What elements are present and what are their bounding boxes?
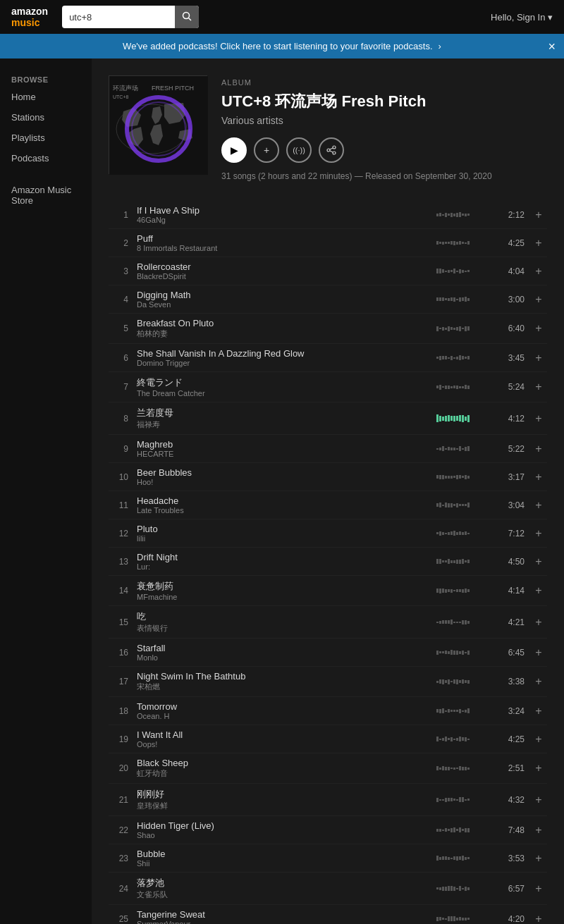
track-add-button[interactable]: + [530,265,547,278]
share-button[interactable] [319,137,344,163]
track-artist: lilii [137,534,429,543]
track-row[interactable]: 14 衰惫制药 MFmachine 4:14 + [109,576,547,606]
track-waveform [436,324,493,333]
track-row[interactable]: 15 吃 表情银行 4:21 + [109,606,547,639]
header-signin[interactable]: Hello, Sign In ▾ [491,12,553,23]
track-row[interactable]: 4 Digging Math Da Seven 3:00 + [109,285,547,314]
track-row[interactable]: 23 Bubble Shii 3:53 + [109,844,547,873]
sidebar-item-stations[interactable]: Stations [0,107,92,128]
track-row[interactable]: 18 Tomorrow Ocean. H 3:24 + [109,697,547,725]
sidebar-item-playlists[interactable]: Playlists [0,128,92,148]
podcast-banner[interactable]: We've added podcasts! Click here to star… [0,34,564,58]
track-row[interactable]: 11 Headache Late Troubles 3:04 + [109,491,547,519]
track-add-button[interactable]: + [530,794,547,806]
track-row[interactable]: 24 落梦池 文雀乐队 6:57 + [109,873,547,905]
svg-line-12 [330,148,333,149]
sidebar-item-home[interactable]: Home [0,87,92,107]
track-waveform [436,764,493,772]
track-row[interactable]: 6 She Shall Vanish In A Dazzling Red Glo… [109,344,547,372]
track-add-button[interactable]: + [530,471,547,483]
track-waveform [436,239,493,247]
add-button[interactable]: + [254,137,279,163]
track-duration: 6:40 [500,324,525,333]
track-row[interactable]: 2 Puff 8 Immortals Restaurant 4:25 + [109,229,547,257]
track-name: Tangerine Sweat [137,909,429,920]
sidebar-item-podcasts[interactable]: Podcasts [0,148,92,168]
track-duration: 4:25 [500,238,525,248]
track-add-button[interactable]: + [530,852,547,865]
radio-button[interactable]: ((·)) [286,137,312,163]
track-add-button[interactable]: + [530,381,547,393]
track-row[interactable]: 13 Drift Night Lur: 4:50 + [109,548,547,576]
track-add-button[interactable]: + [530,412,547,425]
track-add-button[interactable]: + [530,237,547,250]
track-add-button[interactable]: + [530,527,547,540]
track-row[interactable]: 21 刚刚好 皇玮保鲜 4:32 + [109,784,547,816]
track-add-button[interactable]: + [530,322,547,335]
banner-close-button[interactable]: × [548,40,556,53]
track-add-button[interactable]: + [530,352,547,364]
track-row[interactable]: 9 Maghreb HECARTE 5:22 + [109,435,547,463]
track-add-button[interactable]: + [530,882,547,895]
track-duration: 4:12 [500,414,525,424]
track-row[interactable]: 1 If I Have A Ship 46GaNg 2:12 + [109,201,547,229]
track-add-button[interactable]: + [530,675,547,688]
track-artist: 46GaNg [137,216,429,224]
amazon-logo: amazonmusic [11,6,48,28]
track-artist: Lur: [137,562,429,571]
search-input[interactable] [62,9,175,25]
track-row[interactable]: 16 Starfall Monlo 6:45 + [109,639,547,667]
track-row[interactable]: 3 Rollercoaster BlackreDSpirit 4:04 + [109,257,547,285]
svg-text:FRESH PITCH: FRESH PITCH [152,85,194,92]
track-row[interactable]: 20 Black Sheep 虹牙幼音 2:51 + [109,753,547,784]
track-info: 刚刚好 皇玮保鲜 [137,788,429,811]
track-add-button[interactable]: + [530,293,547,306]
track-add-button[interactable]: + [530,705,547,717]
track-add-button[interactable]: + [530,616,547,629]
track-name: Tomorrow [137,701,429,712]
track-row[interactable]: 12 Pluto lilii 7:12 + [109,519,547,548]
track-waveform [436,618,493,627]
track-duration: 6:57 [500,884,525,894]
track-artist: Hoo! [137,478,429,486]
track-row[interactable]: 17 Night Swim In The Bathtub 宋柏燃 3:38 + [109,667,547,697]
track-add-button[interactable]: + [530,913,547,925]
track-add-button[interactable]: + [530,824,547,837]
track-row[interactable]: 19 I Want It All Oops! 4:25 + [109,725,547,753]
track-row[interactable]: 25 Tangerine Sweat SummerVapour 4:20 + [109,905,547,924]
track-add-button[interactable]: + [530,443,547,455]
track-name: 吃 [137,610,429,623]
track-name: If I Have A Ship [137,205,429,216]
track-row[interactable]: 8 兰若度母 福禄寿 4:12 + [109,402,547,435]
track-waveform [436,267,493,276]
track-info: Beer Bubbles Hoo! [137,467,429,486]
track-row[interactable]: 7 終電ランド The Dream Catcher 5:24 + [109,372,547,402]
track-number: 19 [109,734,128,744]
sidebar-store[interactable]: Amazon Music Store [0,180,92,211]
track-add-button[interactable]: + [530,584,547,597]
track-add-button[interactable]: + [530,733,547,746]
track-add-button[interactable]: + [530,209,547,221]
track-add-button[interactable]: + [530,555,547,568]
svg-point-9 [333,146,336,149]
track-row[interactable]: 22 Hidden Tiger (Live) Shao 7:48 + [109,816,547,844]
track-artist: 8 Immortals Restaurant [137,244,429,252]
track-row[interactable]: 10 Beer Bubbles Hoo! 3:17 + [109,463,547,491]
track-waveform [436,414,493,423]
track-row[interactable]: 5 Breakfast On Pluto 柏林的妻 6:40 + [109,314,547,344]
main-content: 环流声场 UTC+8 FRESH PITCH [92,58,564,924]
album-header: 环流声场 UTC+8 FRESH PITCH [109,75,547,181]
play-button[interactable]: ▶ [221,137,247,163]
track-number: 10 [109,472,128,482]
track-list: 1 If I Have A Ship 46GaNg 2:12 + 2 Puff … [109,201,547,924]
search-button[interactable] [175,6,199,28]
track-info: Drift Night Lur: [137,552,429,571]
track-info: She Shall Vanish In A Dazzling Red Glow … [137,348,429,367]
track-add-button[interactable]: + [530,646,547,659]
track-add-button[interactable]: + [530,499,547,512]
track-artist: HECARTE [137,450,429,458]
track-number: 11 [109,500,128,510]
track-duration: 3:38 [500,677,525,686]
track-add-button[interactable]: + [530,762,547,775]
svg-point-0 [183,12,190,18]
